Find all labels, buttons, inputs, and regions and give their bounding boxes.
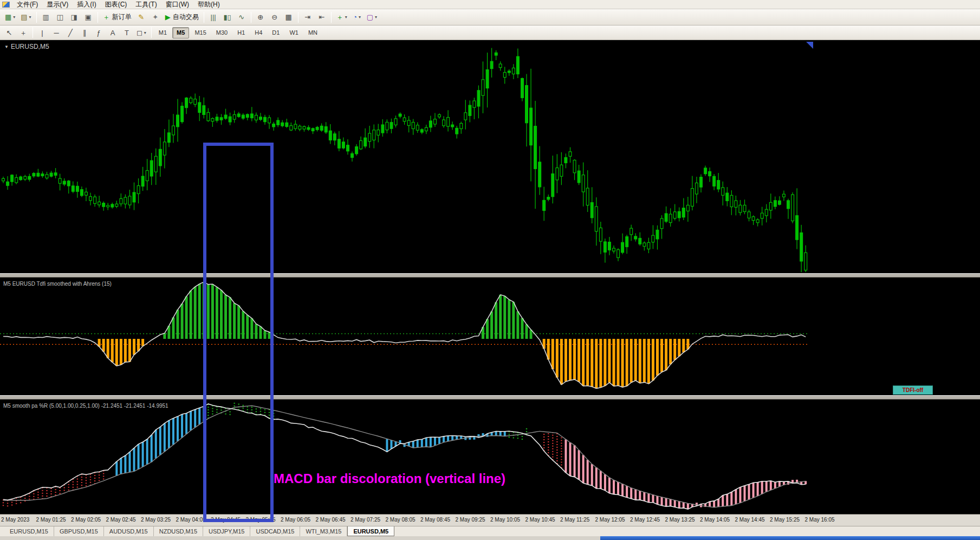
bar-chart-icon: ||| xyxy=(211,14,216,21)
metaeditor-icon: ✎ xyxy=(138,14,144,21)
time-axis-label: 2 May 2023 xyxy=(1,517,29,523)
pane-separator-2[interactable] xyxy=(0,395,980,400)
time-axis-label: 2 May 08:05 xyxy=(386,517,416,523)
channel-tool[interactable]: ∥ xyxy=(78,26,91,39)
chart-tab-eurusd-m15[interactable]: EURUSD,M15 xyxy=(4,526,54,536)
terminal-button[interactable]: ▣ xyxy=(82,11,95,24)
menu-tools[interactable]: 工具(T) xyxy=(131,0,161,10)
toolbar-separator xyxy=(204,12,204,23)
fibonacci-tool[interactable]: ƒ xyxy=(92,26,105,39)
timeframe-button-d1[interactable]: D1 xyxy=(268,27,284,38)
app-logo-icon xyxy=(2,2,10,8)
menu-window[interactable]: 窗口(W) xyxy=(161,0,193,10)
tile-windows-button[interactable]: ▦ xyxy=(282,11,295,24)
chart-text-annotation[interactable]: MACD bar discoloration (vertical line) xyxy=(274,471,505,486)
chart-tab-wti-m3-m15[interactable]: WTI_M3,M15 xyxy=(300,526,347,536)
time-axis-label: 2 May 01:25 xyxy=(36,517,66,523)
data-window-button[interactable]: ◫ xyxy=(54,11,67,24)
price-chart-pane[interactable] xyxy=(0,40,980,273)
auto-scroll-button[interactable]: ⇥ xyxy=(301,11,314,24)
menu-file[interactable]: 文件(F) xyxy=(12,0,42,10)
shapes-icon: ◻ xyxy=(137,29,142,36)
timeframe-button-m5[interactable]: M5 xyxy=(172,27,189,38)
zoom-in-button[interactable]: ⊕ xyxy=(254,11,267,24)
new-chart-button[interactable]: ▦▾ xyxy=(3,11,17,24)
navigator-icon: ◨ xyxy=(70,14,77,21)
dropdown-arrow-icon[interactable]: ▾ xyxy=(345,15,347,20)
tile-windows-icon: ▦ xyxy=(285,14,291,21)
trendline-tool[interactable]: ╱ xyxy=(64,26,77,39)
highlight-rectangle[interactable] xyxy=(203,143,274,522)
timeframe-button-m1[interactable]: M1 xyxy=(154,27,171,38)
menu-charts[interactable]: 图表(C) xyxy=(101,0,132,10)
indicators-button[interactable]: ＋▾ xyxy=(334,11,349,24)
time-axis-label: 2 May 07:25 xyxy=(351,517,380,523)
crosshair-icon: ＋ xyxy=(20,29,27,36)
periods-button[interactable]: ◔▾ xyxy=(351,11,364,24)
pane-separator-1[interactable] xyxy=(0,273,980,278)
metaeditor-button[interactable]: ✎ xyxy=(135,11,148,24)
time-axis-label: 2 May 02:45 xyxy=(106,517,136,523)
zoom-out-button[interactable]: ⊖ xyxy=(268,11,281,24)
crosshair-tool[interactable]: ＋ xyxy=(17,26,30,39)
shapes-tool[interactable]: ◻▾ xyxy=(134,26,148,39)
timeframe-button-m30[interactable]: M30 xyxy=(212,27,232,38)
percent-r-indicator-pane[interactable] xyxy=(0,400,980,514)
menu-view[interactable]: 显示(V) xyxy=(42,0,73,10)
channel-icon: ∥ xyxy=(83,29,87,36)
candlestick-chart-button[interactable]: ▮▯ xyxy=(221,11,234,24)
chart-tab-gbpusd-m15[interactable]: GBPUSD,M15 xyxy=(54,526,104,536)
dropdown-arrow-icon[interactable]: ▾ xyxy=(359,15,361,20)
chart-tab-bar: EURUSD,M15GBPUSD,M15AUDUSD,M15NZDUSD,M15… xyxy=(0,526,980,536)
horizontal-line-tool[interactable]: ─ xyxy=(50,26,63,39)
text-label-tool[interactable]: T xyxy=(120,26,133,39)
chart-shift-button[interactable]: ⇤ xyxy=(315,11,328,24)
scroll-to-end-marker-icon[interactable] xyxy=(806,42,813,49)
timeframe-button-w1[interactable]: W1 xyxy=(285,27,303,38)
autotrading-button[interactable]: ▶自动交易 xyxy=(163,11,201,24)
chart-symbol-label: ▼ EURUSD,M5 xyxy=(4,43,49,50)
templates-button[interactable]: ▢▾ xyxy=(365,11,379,24)
time-axis[interactable]: 2 May 20232 May 01:252 May 02:052 May 02… xyxy=(0,514,980,526)
chart-tab-usdjpy-m15[interactable]: USDJPY,M15 xyxy=(203,526,250,536)
text-label-icon: T xyxy=(125,29,129,36)
toolbar-separator xyxy=(151,27,152,38)
templates-icon: ▢ xyxy=(367,14,373,21)
navigator-button[interactable]: ◨ xyxy=(68,11,81,24)
new-order-button[interactable]: ＋新订单 xyxy=(101,11,134,24)
line-chart-button[interactable]: ∿ xyxy=(235,11,248,24)
dropdown-arrow-icon[interactable]: ▾ xyxy=(375,15,377,20)
chart-tab-usdcad-m15[interactable]: USDCAD,M15 xyxy=(250,526,300,536)
indicators-icon: ＋ xyxy=(336,14,343,21)
timeframe-button-mn[interactable]: MN xyxy=(304,27,322,38)
text-tool[interactable]: A xyxy=(106,26,119,39)
symbol-text: EURUSD,M5 xyxy=(11,43,49,50)
dropdown-arrow-icon[interactable]: ▾ xyxy=(144,30,146,35)
menu-insert[interactable]: 插入(I) xyxy=(73,0,100,10)
timeframe-button-m15[interactable]: M15 xyxy=(190,27,210,38)
options-button[interactable]: ✦ xyxy=(149,11,162,24)
chart-area[interactable]: ▼ EURUSD,M5 M5 EURUSD Tdfi smoothed with… xyxy=(0,40,980,514)
dropdown-arrow-icon[interactable]: ▾ xyxy=(29,15,31,20)
timeframe-button-h1[interactable]: H1 xyxy=(233,27,249,38)
tdfi-indicator-pane[interactable] xyxy=(0,278,980,395)
collapse-arrow-icon[interactable]: ▼ xyxy=(4,44,9,49)
market-watch-button[interactable]: ▥ xyxy=(40,11,53,24)
time-axis-label: 2 May 14:05 xyxy=(700,517,730,523)
vertical-line-tool[interactable]: | xyxy=(36,26,49,39)
market-watch-icon: ▥ xyxy=(42,14,49,21)
profiles-button[interactable]: ▤▾ xyxy=(18,11,33,24)
menu-help[interactable]: 帮助(H) xyxy=(193,0,224,10)
chart-tab-nzdusd-m15[interactable]: NZDUSD,M15 xyxy=(154,526,203,536)
timeframe-button-h4[interactable]: H4 xyxy=(250,27,267,38)
chart-tab-eurusd-m5[interactable]: EURUSD,M5 xyxy=(347,526,394,536)
time-axis-label: 2 May 08:45 xyxy=(420,517,450,523)
periods-icon: ◔ xyxy=(353,14,357,21)
toolbar-separator xyxy=(331,12,332,23)
bar-chart-button[interactable]: ||| xyxy=(207,11,220,24)
options-icon: ✦ xyxy=(152,14,158,21)
chart-tab-audusd-m15[interactable]: AUDUSD,M15 xyxy=(104,526,154,536)
cursor-tool[interactable]: ↖ xyxy=(3,26,16,39)
tdfi-toggle-button[interactable]: TDFI-off xyxy=(893,385,933,395)
dropdown-arrow-icon[interactable]: ▾ xyxy=(13,15,15,20)
